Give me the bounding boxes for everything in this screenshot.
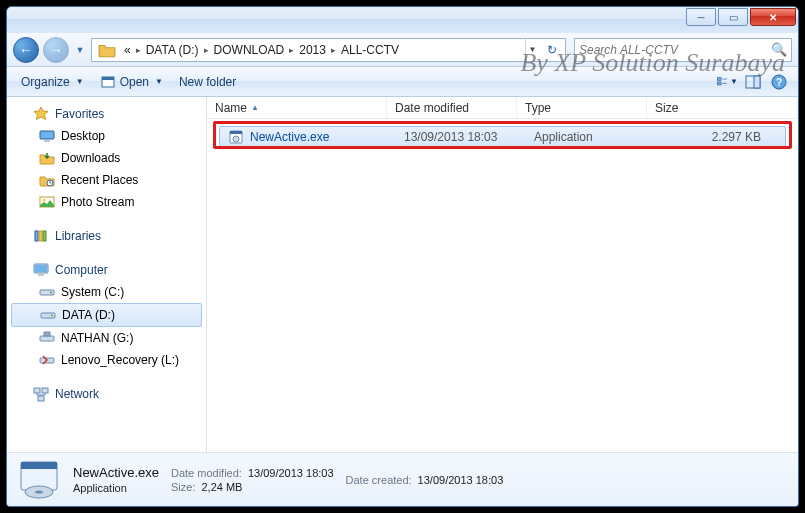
new-folder-label: New folder xyxy=(179,75,236,89)
file-name: NewActive.exe xyxy=(250,130,329,144)
sidebar-item-label: Recent Places xyxy=(61,173,138,187)
navigation-pane: Favorites Desktop Downloads Recent Place… xyxy=(7,97,207,452)
details-date-created-label: Date created: xyxy=(346,474,412,486)
svg-rect-32 xyxy=(230,131,242,134)
sidebar-item-recent-places[interactable]: Recent Places xyxy=(7,169,206,191)
chevron-down-icon: ▼ xyxy=(155,77,163,86)
svg-rect-2 xyxy=(717,77,721,80)
svg-rect-10 xyxy=(40,131,54,139)
computer-header[interactable]: Computer xyxy=(7,259,206,281)
file-size: 2.297 KB xyxy=(656,130,785,144)
nav-history-dropdown[interactable]: ▼ xyxy=(73,40,87,60)
details-size: 2,24 MB xyxy=(201,481,242,493)
network-header[interactable]: Network xyxy=(7,383,206,405)
column-headers: Name▲ Date modified Type Size xyxy=(207,97,798,119)
sidebar-item-nathan-g[interactable]: NATHAN (G:) xyxy=(7,327,206,349)
svg-rect-3 xyxy=(717,82,721,85)
favorites-label: Favorites xyxy=(55,107,104,121)
exe-icon xyxy=(228,129,244,145)
details-date-created: 13/09/2013 18:03 xyxy=(418,474,504,486)
new-folder-button[interactable]: New folder xyxy=(171,72,244,92)
file-date: 13/09/2013 18:03 xyxy=(396,130,526,144)
column-label: Date modified xyxy=(395,101,469,115)
view-options-button[interactable]: ▼ xyxy=(716,71,738,93)
downloads-icon xyxy=(39,150,55,166)
svg-rect-17 xyxy=(43,231,46,241)
sidebar-item-desktop[interactable]: Desktop xyxy=(7,125,206,147)
column-label: Size xyxy=(655,101,678,115)
column-label: Name xyxy=(215,101,247,115)
organize-button[interactable]: Organize▼ xyxy=(13,72,92,92)
back-button[interactable]: ← xyxy=(13,37,39,63)
column-size[interactable]: Size xyxy=(647,97,798,118)
navigation-bar: ← → ▼ «▸ DATA (D:)▸ DOWNLOAD▸ 2013▸ ALL-… xyxy=(7,33,798,67)
open-button[interactable]: Open▼ xyxy=(92,71,171,93)
exe-large-icon xyxy=(17,458,61,502)
svg-rect-26 xyxy=(44,332,50,336)
sidebar-item-data-d[interactable]: DATA (D:) xyxy=(11,303,202,327)
file-list-pane: Name▲ Date modified Type Size NewActive.… xyxy=(207,97,798,452)
sidebar-item-photo-stream[interactable]: Photo Stream xyxy=(7,191,206,213)
close-button[interactable]: ✕ xyxy=(750,8,796,26)
sidebar-item-label: Downloads xyxy=(61,151,120,165)
minimize-button[interactable]: ─ xyxy=(686,8,716,26)
breadcrumb-2013[interactable]: 2013 xyxy=(295,43,330,57)
svg-rect-35 xyxy=(21,462,57,469)
explorer-window: ─ ▭ ✕ ← → ▼ «▸ DATA (D:)▸ DOWNLOAD▸ 2013… xyxy=(6,6,799,507)
column-type[interactable]: Type xyxy=(517,97,647,118)
sidebar-item-label: Lenovo_Recovery (L:) xyxy=(61,353,179,367)
preview-pane-button[interactable] xyxy=(742,71,764,93)
titlebar: ─ ▭ ✕ xyxy=(7,7,798,33)
details-date-modified: 13/09/2013 18:03 xyxy=(248,467,334,479)
refresh-button[interactable]: ↻ xyxy=(541,39,563,61)
column-date[interactable]: Date modified xyxy=(387,97,517,118)
sidebar-item-label: Desktop xyxy=(61,129,105,143)
favorites-header[interactable]: Favorites xyxy=(7,103,206,125)
organize-label: Organize xyxy=(21,75,70,89)
column-name[interactable]: Name▲ xyxy=(207,97,387,118)
libraries-header[interactable]: Libraries xyxy=(7,225,206,247)
svg-rect-30 xyxy=(38,396,44,401)
breadcrumb-overflow[interactable]: « xyxy=(120,43,135,57)
svg-rect-7 xyxy=(754,76,760,88)
chevron-right-icon: ▸ xyxy=(288,45,295,55)
search-icon[interactable]: 🔍 xyxy=(771,42,787,57)
svg-point-37 xyxy=(35,490,43,493)
search-input[interactable] xyxy=(579,43,771,57)
sort-asc-icon: ▲ xyxy=(251,103,259,112)
file-row[interactable]: NewActive.exe 13/09/2013 18:03 Applicati… xyxy=(219,126,786,148)
drive-icon xyxy=(40,307,56,323)
svg-rect-19 xyxy=(35,265,47,272)
svg-rect-25 xyxy=(40,336,54,341)
details-size-label: Size: xyxy=(171,481,195,493)
help-button[interactable]: ? xyxy=(768,71,790,93)
network-icon xyxy=(33,386,49,402)
svg-point-24 xyxy=(51,315,53,317)
column-label: Type xyxy=(525,101,551,115)
search-box[interactable]: 🔍 xyxy=(574,38,792,62)
chevron-down-icon: ▼ xyxy=(76,77,84,86)
address-bar[interactable]: «▸ DATA (D:)▸ DOWNLOAD▸ 2013▸ ALL-CCTV ▼… xyxy=(91,38,566,62)
svg-point-14 xyxy=(43,199,46,202)
sidebar-item-label: NATHAN (G:) xyxy=(61,331,133,345)
breadcrumb-data-d[interactable]: DATA (D:) xyxy=(142,43,203,57)
sidebar-item-label: System (C:) xyxy=(61,285,124,299)
arrow-right-icon: → xyxy=(49,42,63,58)
sidebar-item-downloads[interactable]: Downloads xyxy=(7,147,206,169)
sidebar-item-lenovo-recovery[interactable]: Lenovo_Recovery (L:) xyxy=(7,349,206,371)
open-icon xyxy=(100,74,116,90)
minimize-icon: ─ xyxy=(697,12,704,23)
close-icon: ✕ xyxy=(769,12,777,23)
address-dropdown[interactable]: ▼ xyxy=(525,39,539,61)
sidebar-item-system-c[interactable]: System (C:) xyxy=(7,281,206,303)
computer-label: Computer xyxy=(55,263,108,277)
chevron-down-icon: ▼ xyxy=(730,77,738,86)
breadcrumb-all-cctv[interactable]: ALL-CCTV xyxy=(337,43,403,57)
maximize-button[interactable]: ▭ xyxy=(718,8,748,26)
maximize-icon: ▭ xyxy=(729,12,738,23)
forward-button[interactable]: → xyxy=(43,37,69,63)
details-pane: NewActive.exe Application Date modified:… xyxy=(7,452,798,506)
sidebar-item-label: Photo Stream xyxy=(61,195,134,209)
network-label: Network xyxy=(55,387,99,401)
breadcrumb-download[interactable]: DOWNLOAD xyxy=(210,43,289,57)
